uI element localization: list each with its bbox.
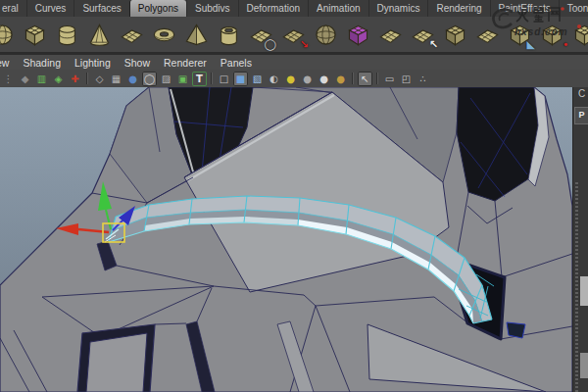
xray-icon[interactable]: ▨ [159, 72, 173, 86]
separate-icon[interactable] [472, 20, 503, 50]
lit-cube-icon[interactable]: ■ [233, 72, 248, 86]
channel-box-edge: C P [572, 87, 588, 392]
grid-icon[interactable]: ◇ [92, 72, 107, 86]
wedge-overlay-icon: ◣ [527, 39, 535, 50]
snap-pin-icon[interactable]: ✚ [68, 72, 82, 86]
poly-sphere-wire-icon[interactable] [311, 20, 341, 50]
polygons-shelf: ◯↘↖◣• [0, 17, 588, 55]
menubar: eralCurvesSurfacesPolygonsSubdivsDeforma… [0, 0, 588, 18]
panel-grip-icon[interactable]: ⋮ [1, 72, 16, 86]
menu-tab-animation[interactable]: Animation [308, 0, 368, 17]
panel-menubar: ewShadingLightingShowRendererPanels [0, 55, 588, 71]
menu-tab-curves[interactable]: Curves [26, 0, 74, 17]
maya-window: eralCurvesSurfacesPolygonsSubdivsDeforma… [0, 0, 588, 392]
red-dot-overlay-icon: • [564, 39, 567, 50]
menu-tab-painteffects[interactable]: PaintEffects [490, 0, 559, 17]
film-gate-icon[interactable]: ▦ [109, 72, 123, 86]
isolate-select-icon[interactable]: ↖ [358, 72, 372, 86]
menu-tab-surfaces[interactable]: Surfaces [74, 0, 128, 17]
textured-icon[interactable]: T [192, 72, 207, 86]
frame-object-icon[interactable]: ▭ [382, 72, 397, 86]
toolbar-separator [376, 73, 378, 84]
panel-resize-handle[interactable] [575, 180, 578, 392]
toolbar-separator [211, 73, 213, 84]
toolbar-separator [86, 73, 88, 84]
viewport-3d[interactable] [0, 87, 572, 392]
ring-overlay-icon: ◯ [265, 39, 276, 50]
smooth-preview-icon[interactable] [343, 20, 373, 50]
menu-tab-dynamics[interactable]: Dynamics [368, 0, 428, 17]
sphere-gold-icon[interactable]: ● [333, 72, 348, 86]
camera-pivot-icon[interactable]: ◈ [51, 72, 66, 86]
shaded-sphere-icon[interactable]: ● [125, 72, 140, 86]
default-material-icon[interactable]: ▣ [175, 72, 190, 86]
poly-cube-icon[interactable] [20, 20, 50, 50]
panel-edge-box [580, 353, 588, 378]
light-gray-icon[interactable]: ● [300, 72, 315, 86]
panel-menu-show[interactable]: Show [124, 57, 150, 69]
red-arrow-overlay-icon: ↘ [300, 39, 309, 50]
smooth-icon[interactable]: ↘ [278, 20, 309, 50]
poly-platonic-icon[interactable]: ◯ [246, 20, 276, 50]
panel-menu-ew[interactable]: ew [0, 57, 9, 69]
share-view-icon[interactable]: ∴ [416, 72, 430, 86]
menu-tab-eral[interactable]: eral [0, 0, 26, 17]
menu-tab-polygons[interactable]: Polygons [129, 0, 186, 17]
bookmark-icon[interactable]: ▥ [34, 72, 49, 86]
wire-cube-icon[interactable]: □ [217, 72, 231, 86]
panel-menu-renderer[interactable]: Renderer [164, 57, 207, 69]
poly-sphere-partial-icon[interactable] [0, 20, 18, 50]
poly-pipe-icon[interactable] [214, 20, 244, 50]
crease-tool-icon[interactable] [375, 20, 406, 50]
panel-edge-box [580, 276, 588, 306]
channel-box-menu-label: C [578, 88, 585, 99]
channel-box-tab[interactable]: P [574, 107, 588, 124]
select-faces-tool-icon[interactable]: ↖ [408, 20, 438, 50]
cursor-overlay-icon: ↖ [429, 39, 438, 50]
menu-tab-subdivs[interactable]: Subdivs [186, 0, 238, 17]
poly-torus-icon[interactable] [149, 20, 179, 50]
combine-icon[interactable] [440, 20, 470, 50]
menu-tab-rendering[interactable]: Rendering [427, 0, 489, 17]
poly-cylinder-icon[interactable] [52, 20, 82, 50]
smooth-shade-icon[interactable]: ◯ [142, 72, 157, 86]
toolbar-separator [352, 73, 354, 84]
panel-toolbar: ⋮◆▥◈✚◇▦●◯▨▣T□■▧◐●●●●↖▭◰∴ [0, 70, 588, 88]
shadows-sphere-icon[interactable]: ◐ [267, 72, 281, 86]
light-yellow-icon[interactable]: ● [283, 72, 298, 86]
panel-menu-panels[interactable]: Panels [220, 57, 252, 69]
transparent-cube-icon[interactable]: ▧ [250, 72, 265, 86]
panel-menu-shading[interactable]: Shading [23, 57, 61, 69]
bevel-icon[interactable]: ◣ [505, 20, 535, 50]
boolean-icon[interactable]: • [537, 20, 567, 50]
panel-menu-lighting[interactable]: Lighting [74, 57, 111, 69]
poly-pyramid-icon[interactable] [181, 20, 212, 50]
sphere-white-icon[interactable]: ● [317, 72, 331, 86]
extrude-partial-icon[interactable] [569, 20, 588, 50]
poly-cone-icon[interactable] [84, 20, 115, 50]
menu-tab-toon[interactable]: Toon [559, 0, 588, 17]
poly-plane-icon[interactable] [117, 20, 147, 50]
camera-icon[interactable]: ◆ [18, 72, 32, 86]
frame-all-icon[interactable]: ◰ [399, 72, 414, 86]
menu-tab-deformation[interactable]: Deformation [238, 0, 308, 17]
